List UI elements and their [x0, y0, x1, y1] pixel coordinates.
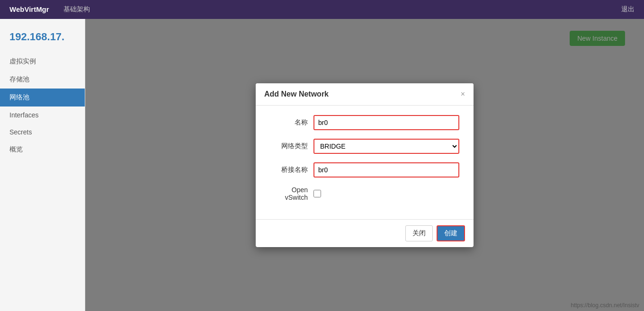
- modal-close-button[interactable]: ×: [461, 90, 465, 98]
- network-type-row: 网络类型 BRIDGE NAT ROUTED ISOLATED: [270, 139, 459, 154]
- sidebar-host-ip: 192.168.17.: [0, 24, 85, 53]
- close-modal-button[interactable]: 关闭: [405, 225, 433, 241]
- topnav-left: WebVirtMgr 基础架构: [9, 5, 90, 14]
- network-type-label: 网络类型: [270, 142, 308, 151]
- open-vswitch-row: Open vSwitch: [270, 186, 459, 201]
- add-network-modal: Add New Network × 名称 网络类型 BRIDGE: [256, 83, 474, 247]
- open-vswitch-label: Open vSwitch: [270, 186, 308, 201]
- modal-overlay: Add New Network × 名称 网络类型 BRIDGE: [85, 19, 644, 311]
- sidebar-item-secrets[interactable]: Secrets: [0, 124, 85, 141]
- bridge-name-row: 桥接名称: [270, 162, 459, 178]
- modal-body: 名称 网络类型 BRIDGE NAT ROUTED ISOLATED: [256, 106, 474, 219]
- content-area: New Instance Add New Network × 名称: [85, 19, 644, 311]
- name-row: 名称: [270, 115, 459, 130]
- sidebar-item-network[interactable]: 网络池: [0, 89, 85, 107]
- modal-title: Add New Network: [264, 90, 329, 98]
- sidebar-item-vms[interactable]: 虚拟实例: [0, 53, 85, 71]
- sidebar-item-interfaces[interactable]: Interfaces: [0, 107, 85, 124]
- sidebar: 192.168.17. 虚拟实例 存储池 网络池 Interfaces Secr…: [0, 19, 85, 311]
- topnav-link-infra[interactable]: 基础架构: [63, 5, 90, 14]
- bridge-name-input[interactable]: [313, 162, 459, 178]
- name-label: 名称: [270, 118, 308, 127]
- footer-url: https://blog.csdn.net/Insistv: [571, 302, 639, 309]
- sidebar-item-overview[interactable]: 概览: [0, 141, 85, 159]
- modal-footer: 关闭 创建: [256, 219, 474, 247]
- open-vswitch-checkbox[interactable]: [313, 190, 321, 197]
- create-button[interactable]: 创建: [437, 225, 465, 241]
- modal-header: Add New Network ×: [256, 83, 474, 106]
- network-type-select[interactable]: BRIDGE NAT ROUTED ISOLATED: [313, 139, 459, 154]
- main-area: 192.168.17. 虚拟实例 存储池 网络池 Interfaces Secr…: [0, 19, 644, 311]
- topnav: WebVirtMgr 基础架构 退出: [0, 0, 644, 19]
- bridge-name-label: 桥接名称: [270, 166, 308, 174]
- topnav-brand: WebVirtMgr: [9, 5, 49, 14]
- topnav-logout[interactable]: 退出: [621, 5, 635, 14]
- sidebar-item-storage[interactable]: 存储池: [0, 71, 85, 89]
- name-input[interactable]: [313, 115, 459, 130]
